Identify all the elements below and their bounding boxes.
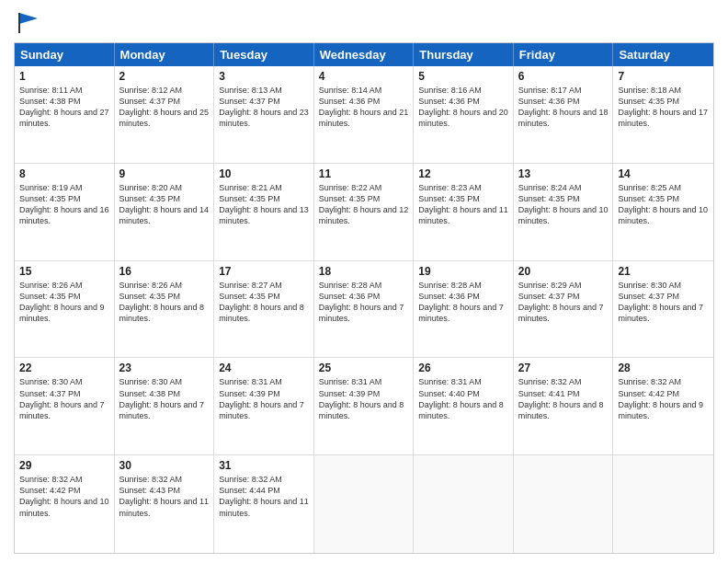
cell-info: Sunrise: 8:32 AMSunset: 4:41 PMDaylight:… — [518, 376, 609, 421]
page: SundayMondayTuesdayWednesdayThursdayFrid… — [0, 0, 728, 563]
calendar-cell: 30Sunrise: 8:32 AMSunset: 4:43 PMDayligh… — [115, 455, 215, 553]
calendar-cell: 16Sunrise: 8:26 AMSunset: 4:35 PMDayligh… — [115, 261, 215, 358]
day-number: 1 — [19, 70, 109, 83]
day-number: 30 — [119, 459, 210, 472]
cell-info: Sunrise: 8:19 AMSunset: 4:35 PMDaylight:… — [19, 182, 109, 227]
calendar-cell — [514, 455, 614, 553]
svg-marker-0 — [19, 13, 38, 24]
day-number: 22 — [19, 362, 109, 374]
calendar-cell — [314, 455, 415, 553]
calendar-cell: 31Sunrise: 8:32 AMSunset: 4:44 PMDayligh… — [214, 455, 314, 553]
calendar-cell: 24Sunrise: 8:31 AMSunset: 4:39 PMDayligh… — [214, 358, 314, 454]
day-number: 9 — [119, 167, 210, 180]
calendar-cell: 10Sunrise: 8:21 AMSunset: 4:35 PMDayligh… — [214, 164, 314, 260]
day-number: 18 — [319, 265, 409, 278]
day-number: 29 — [19, 459, 109, 472]
cell-info: Sunrise: 8:23 AMSunset: 4:35 PMDaylight:… — [418, 182, 508, 227]
calendar-cell: 26Sunrise: 8:31 AMSunset: 4:40 PMDayligh… — [414, 358, 514, 454]
calendar-row-1: 1Sunrise: 8:11 AMSunset: 4:38 PMDaylight… — [15, 66, 713, 164]
day-of-week-friday: Friday — [514, 43, 614, 66]
calendar-cell — [414, 455, 514, 553]
calendar-cell: 20Sunrise: 8:29 AMSunset: 4:37 PMDayligh… — [514, 261, 614, 358]
cell-info: Sunrise: 8:17 AMSunset: 4:36 PMDaylight:… — [518, 85, 609, 130]
logo — [14, 9, 41, 35]
calendar: SundayMondayTuesdayWednesdayThursdayFrid… — [14, 42, 714, 554]
day-number: 27 — [518, 362, 609, 374]
cell-info: Sunrise: 8:32 AMSunset: 4:42 PMDaylight:… — [19, 474, 109, 519]
cell-info: Sunrise: 8:21 AMSunset: 4:35 PMDaylight:… — [219, 182, 309, 227]
cell-info: Sunrise: 8:28 AMSunset: 4:36 PMDaylight:… — [418, 280, 508, 325]
calendar-cell: 18Sunrise: 8:28 AMSunset: 4:36 PMDayligh… — [314, 261, 415, 358]
calendar-cell: 6Sunrise: 8:17 AMSunset: 4:36 PMDaylight… — [514, 66, 614, 163]
cell-info: Sunrise: 8:25 AMSunset: 4:35 PMDaylight:… — [618, 182, 709, 227]
calendar-cell: 11Sunrise: 8:22 AMSunset: 4:35 PMDayligh… — [314, 164, 415, 260]
day-of-week-sunday: Sunday — [15, 43, 115, 66]
day-number: 21 — [618, 265, 709, 278]
day-of-week-tuesday: Tuesday — [214, 43, 314, 66]
day-of-week-monday: Monday — [115, 43, 215, 66]
day-of-week-wednesday: Wednesday — [314, 43, 415, 66]
day-number: 14 — [618, 167, 709, 180]
day-number: 7 — [618, 70, 709, 83]
cell-info: Sunrise: 8:31 AMSunset: 4:39 PMDaylight:… — [319, 376, 409, 421]
day-number: 8 — [19, 167, 109, 180]
calendar-cell: 22Sunrise: 8:30 AMSunset: 4:37 PMDayligh… — [15, 358, 115, 454]
day-number: 12 — [418, 167, 508, 180]
calendar-cell: 12Sunrise: 8:23 AMSunset: 4:35 PMDayligh… — [414, 164, 514, 260]
day-number: 31 — [219, 459, 309, 472]
cell-info: Sunrise: 8:32 AMSunset: 4:44 PMDaylight:… — [219, 474, 309, 519]
calendar-cell: 8Sunrise: 8:19 AMSunset: 4:35 PMDaylight… — [15, 164, 115, 260]
cell-info: Sunrise: 8:11 AMSunset: 4:38 PMDaylight:… — [19, 85, 109, 130]
cell-info: Sunrise: 8:22 AMSunset: 4:35 PMDaylight:… — [319, 182, 409, 227]
day-number: 26 — [418, 362, 508, 374]
calendar-cell: 27Sunrise: 8:32 AMSunset: 4:41 PMDayligh… — [514, 358, 614, 454]
day-number: 17 — [219, 265, 309, 278]
calendar-header: SundayMondayTuesdayWednesdayThursdayFrid… — [15, 43, 713, 66]
cell-info: Sunrise: 8:18 AMSunset: 4:35 PMDaylight:… — [618, 85, 709, 130]
calendar-cell: 14Sunrise: 8:25 AMSunset: 4:35 PMDayligh… — [613, 164, 713, 260]
calendar-row-3: 15Sunrise: 8:26 AMSunset: 4:35 PMDayligh… — [15, 261, 713, 359]
cell-info: Sunrise: 8:26 AMSunset: 4:35 PMDaylight:… — [119, 280, 210, 325]
calendar-cell: 13Sunrise: 8:24 AMSunset: 4:35 PMDayligh… — [514, 164, 614, 260]
calendar-cell: 23Sunrise: 8:30 AMSunset: 4:38 PMDayligh… — [115, 358, 215, 454]
calendar-cell: 15Sunrise: 8:26 AMSunset: 4:35 PMDayligh… — [15, 261, 115, 358]
cell-info: Sunrise: 8:28 AMSunset: 4:36 PMDaylight:… — [319, 280, 409, 325]
day-number: 24 — [219, 362, 309, 374]
day-of-week-thursday: Thursday — [414, 43, 514, 66]
calendar-row-2: 8Sunrise: 8:19 AMSunset: 4:35 PMDaylight… — [15, 164, 713, 261]
calendar-row-5: 29Sunrise: 8:32 AMSunset: 4:42 PMDayligh… — [15, 455, 713, 553]
calendar-cell: 21Sunrise: 8:30 AMSunset: 4:37 PMDayligh… — [613, 261, 713, 358]
logo-flag-icon — [16, 9, 41, 35]
calendar-cell: 3Sunrise: 8:13 AMSunset: 4:37 PMDaylight… — [214, 66, 314, 163]
day-number: 28 — [618, 362, 709, 374]
day-number: 13 — [518, 167, 609, 180]
cell-info: Sunrise: 8:30 AMSunset: 4:37 PMDaylight:… — [618, 280, 709, 325]
day-number: 23 — [119, 362, 210, 374]
calendar-row-4: 22Sunrise: 8:30 AMSunset: 4:37 PMDayligh… — [15, 358, 713, 455]
cell-info: Sunrise: 8:12 AMSunset: 4:37 PMDaylight:… — [119, 85, 210, 130]
calendar-cell: 19Sunrise: 8:28 AMSunset: 4:36 PMDayligh… — [414, 261, 514, 358]
day-number: 20 — [518, 265, 609, 278]
cell-info: Sunrise: 8:31 AMSunset: 4:39 PMDaylight:… — [219, 376, 309, 421]
calendar-cell: 7Sunrise: 8:18 AMSunset: 4:35 PMDaylight… — [613, 66, 713, 163]
cell-info: Sunrise: 8:32 AMSunset: 4:43 PMDaylight:… — [119, 474, 210, 519]
calendar-cell: 5Sunrise: 8:16 AMSunset: 4:36 PMDaylight… — [414, 66, 514, 163]
calendar-cell: 4Sunrise: 8:14 AMSunset: 4:36 PMDaylight… — [314, 66, 415, 163]
cell-info: Sunrise: 8:31 AMSunset: 4:40 PMDaylight:… — [418, 376, 508, 421]
day-of-week-saturday: Saturday — [613, 43, 713, 66]
calendar-cell: 1Sunrise: 8:11 AMSunset: 4:38 PMDaylight… — [15, 66, 115, 163]
day-number: 5 — [418, 70, 508, 83]
calendar-cell: 9Sunrise: 8:20 AMSunset: 4:35 PMDaylight… — [115, 164, 215, 260]
calendar-cell: 25Sunrise: 8:31 AMSunset: 4:39 PMDayligh… — [314, 358, 415, 454]
day-number: 6 — [518, 70, 609, 83]
day-number: 25 — [319, 362, 409, 374]
calendar-cell — [613, 455, 713, 553]
day-number: 10 — [219, 167, 309, 180]
cell-info: Sunrise: 8:20 AMSunset: 4:35 PMDaylight:… — [119, 182, 210, 227]
header — [14, 9, 714, 35]
cell-info: Sunrise: 8:14 AMSunset: 4:36 PMDaylight:… — [319, 85, 409, 130]
cell-info: Sunrise: 8:29 AMSunset: 4:37 PMDaylight:… — [518, 280, 609, 325]
day-number: 11 — [319, 167, 409, 180]
cell-info: Sunrise: 8:13 AMSunset: 4:37 PMDaylight:… — [219, 85, 309, 130]
day-number: 2 — [119, 70, 210, 83]
